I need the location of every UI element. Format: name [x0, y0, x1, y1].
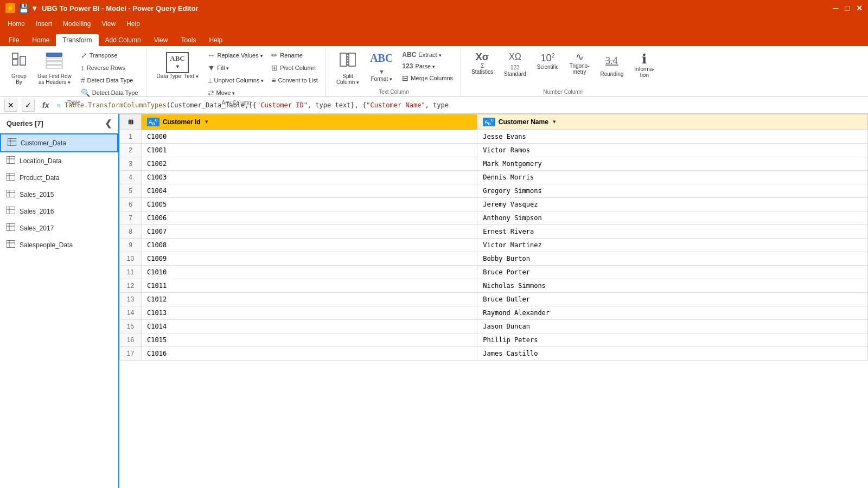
col-type-text-customer-id: ABC — [149, 118, 158, 126]
table-group-buttons: GroupBy Use First Rowas Headers ▾ — [7, 48, 142, 100]
window-title: UBG To Power BI - Model - Power Query Ed… — [42, 4, 833, 12]
svg-rect-1 — [12, 60, 18, 65]
table-expand-header[interactable]: ⊞ — [120, 114, 142, 130]
formula-cancel-button[interactable]: ✕ — [4, 99, 17, 112]
column-header-customer-id[interactable]: ABC Customer Id ▾ — [142, 114, 477, 130]
number-column-group-buttons: Xσ Σ Statistics XΩ123 Standard 102 — [467, 48, 660, 89]
sidebar-item-location-data[interactable]: Location_Data — [0, 152, 118, 169]
cell-customer-name: Ernest Rivera — [477, 224, 868, 238]
table-row: 6C1005Jeremy Vasquez — [120, 197, 868, 211]
row-number: 17 — [120, 346, 142, 360]
rounding-icon: 3.4 ___ — [604, 52, 620, 71]
information-button[interactable]: ℹ Informa-tion — [629, 49, 659, 81]
svg-rect-7 — [340, 53, 347, 66]
menu-home[interactable]: Home — [2, 18, 30, 30]
menu-insert[interactable]: Insert — [30, 18, 58, 30]
cell-customer-name: Bruce Butler — [477, 292, 868, 306]
move-button[interactable]: ⇄ Move ▾ — [205, 87, 267, 99]
reverse-rows-button[interactable]: ↕ Reverse Rows — [78, 62, 142, 74]
rounding-button[interactable]: 3.4 ___ Rounding — [596, 49, 629, 80]
unpivot-columns-icon: ⟂ — [208, 76, 212, 85]
cell-customer-name: Jeremy Vasquez — [477, 197, 868, 211]
column-header-customer-name[interactable]: ABC Customer Name ▾ — [477, 114, 868, 130]
merge-columns-button[interactable]: ⊟ Merge Columns — [399, 72, 456, 84]
row-number: 11 — [120, 265, 142, 279]
table-row: 10C1009Bobby Burton — [120, 252, 868, 265]
menu-modelling[interactable]: Modelling — [58, 18, 96, 30]
sidebar-item-sales-2015[interactable]: Sales_2015 — [0, 186, 118, 203]
tab-view[interactable]: View — [148, 34, 175, 46]
row-number: 10 — [120, 252, 142, 265]
row-number: 6 — [120, 197, 142, 211]
standard-button[interactable]: XΩ123 Standard — [499, 49, 531, 80]
fill-button[interactable]: ▼ Fill ▾ — [205, 62, 267, 74]
statistics-button[interactable]: Xσ Σ Statistics — [467, 49, 498, 78]
detect-data-type-button[interactable]: 🔍 Detect Data Type — [78, 87, 142, 99]
ribbon-content: GroupBy Use First Rowas Headers ▾ — [0, 46, 868, 96]
count-rows-button[interactable]: # Detect Data Type — [78, 74, 142, 86]
replace-values-icon: ↔ — [208, 51, 215, 60]
svg-rect-23 — [7, 190, 15, 197]
text-column-group-buttons: SplitColumn ▾ ABC▾ Format ▾ ABC Extract … — [331, 48, 456, 89]
cell-customer-name: Jason Duncan — [477, 319, 868, 333]
pivot-column-label: Pivot Column — [280, 65, 315, 71]
tab-transform[interactable]: Transform — [56, 34, 98, 46]
svg-rect-13 — [8, 138, 16, 146]
data-table: ⊞ ABC Customer Id ▾ — [119, 114, 868, 361]
sidebar-item-sales-2017[interactable]: Sales_2017 — [0, 220, 118, 236]
split-column-button[interactable]: SplitColumn ▾ — [331, 49, 364, 88]
close-btn[interactable]: ✕ — [856, 4, 863, 12]
extract-button[interactable]: ABC Extract ▾ — [399, 49, 456, 60]
undo-arrow[interactable]: ▾ — [33, 4, 36, 12]
sidebar-collapse-button[interactable]: ❮ — [105, 118, 112, 129]
row-number: 1 — [120, 130, 142, 143]
sidebar-title: Queries [7] — [7, 119, 43, 127]
menu-view[interactable]: View — [96, 18, 121, 30]
col-dropdown-customer-id[interactable]: ▾ — [204, 118, 209, 125]
sidebar-item-label-sales-2017: Sales_2017 — [20, 224, 54, 232]
group-by-button[interactable]: GroupBy — [7, 49, 31, 88]
statistics-label: Statistics — [471, 69, 493, 75]
window-controls: ─ □ ✕ — [833, 4, 863, 12]
trigonometry-button[interactable]: ∿ Trigono-metry — [565, 49, 595, 78]
tab-file[interactable]: File — [2, 34, 25, 46]
parse-button[interactable]: 123 Parse ▾ — [399, 61, 456, 72]
tab-help[interactable]: Help — [202, 34, 229, 46]
unpivot-columns-button[interactable]: ⟂ Unpivot Columns ▾ — [205, 74, 267, 86]
save-icon[interactable]: 💾 — [18, 3, 29, 14]
menu-bar: Home Insert Modelling View Help — [0, 16, 868, 31]
sidebar-item-salespeople-data[interactable]: Salespeople_Data — [0, 236, 118, 253]
tab-home[interactable]: Home — [25, 34, 56, 46]
transpose-icon: ⤢ — [81, 51, 87, 60]
tab-tools[interactable]: Tools — [174, 34, 202, 46]
minimize-btn[interactable]: ─ — [833, 4, 839, 12]
text-column-group-label: Text Column — [379, 89, 409, 96]
menu-help[interactable]: Help — [121, 18, 145, 30]
data-type-button[interactable]: ABC▾ Data Type: Text ▾ — [152, 49, 203, 82]
expand-icon[interactable]: ⊞ — [128, 118, 133, 126]
transpose-button[interactable]: ⤢ Transpose — [78, 49, 142, 61]
replace-values-button[interactable]: ↔ Replace Values ▾ — [205, 49, 267, 61]
sidebar-item-customer-data[interactable]: Customer_Data — [0, 133, 118, 152]
col-dropdown-customer-name[interactable]: ▾ — [552, 118, 557, 125]
formula-confirm-button[interactable]: ✓ — [22, 99, 35, 112]
trigonometry-label: Trigono-metry — [570, 63, 590, 75]
format-button[interactable]: ABC▾ Format ▾ — [365, 49, 398, 85]
svg-rect-0 — [12, 53, 18, 59]
convert-to-list-button[interactable]: ≡ Convent to List — [268, 74, 321, 86]
fill-icon: ▼ — [208, 63, 215, 72]
tab-add-column[interactable]: Add Column — [99, 34, 148, 46]
use-first-row-button[interactable]: Use First Rowas Headers ▾ — [33, 49, 76, 88]
maximize-btn[interactable]: □ — [845, 4, 850, 12]
scientific-button[interactable]: 102 Scientific — [532, 49, 564, 73]
sidebar-item-product-data[interactable]: Product_Data — [0, 169, 118, 186]
cell-customer-id: C1004 — [142, 184, 477, 197]
sidebar-item-sales-2016[interactable]: Sales_2016 — [0, 203, 118, 220]
rename-button[interactable]: ✏ Rename — [268, 49, 321, 61]
pivot-column-button[interactable]: ⊞ Pivot Column — [268, 62, 321, 74]
table-icon-location-data — [7, 156, 15, 165]
standard-label: Standard — [504, 71, 526, 77]
convert-to-list-icon: ≡ — [271, 76, 276, 85]
table-row: 4C1003Dennis Morris — [120, 170, 868, 184]
main-area: Queries [7] ❮ Customer_Data — [0, 114, 868, 488]
